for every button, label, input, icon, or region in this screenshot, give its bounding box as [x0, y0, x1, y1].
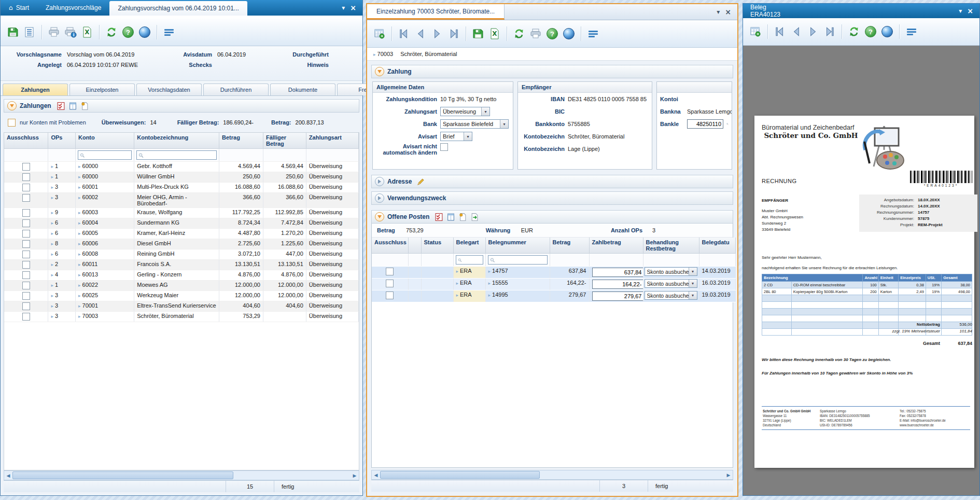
print-preview-button[interactable]: i: [63, 25, 78, 39]
drilldown-icon[interactable]: ▸: [51, 231, 53, 236]
tab-einzelzahlung[interactable]: Einzelzahlung 70003 Schröter, Büromate..…: [367, 4, 505, 20]
tab-durchfuehren[interactable]: Durchführen: [203, 84, 269, 95]
tab-zahlungsvorschlaege[interactable]: Zahlungsvorschläge: [37, 0, 109, 16]
drilldown-icon[interactable]: ▸: [78, 174, 81, 179]
drilldown-icon[interactable]: ▸: [51, 252, 53, 257]
save-button[interactable]: [471, 26, 485, 41]
last-record-button[interactable]: [446, 26, 461, 41]
payment-row[interactable]: ▸1 ▸60000 Gebr. Kotthoff 4.569,44 4.569,…: [4, 162, 359, 172]
ausschluss-checkbox[interactable]: [22, 184, 30, 191]
konto-filter-input[interactable]: [78, 150, 132, 160]
drilldown-icon[interactable]: ▸: [78, 195, 81, 200]
search-lookup-icon[interactable]: [726, 120, 729, 128]
avisart-auto-checkbox[interactable]: [440, 143, 448, 151]
refresh-button[interactable]: [512, 26, 526, 41]
col-icon[interactable]: [408, 238, 421, 254]
overview-button[interactable]: [372, 26, 387, 41]
payment-row[interactable]: ▸3 ▸60002 Meier OHG, Armin - Bürobedarf-…: [4, 193, 359, 208]
drilldown-icon[interactable]: ▸: [51, 303, 53, 309]
op-row[interactable]: ▸ERA ▸14757 637,84 Skonto ausbuchen ▾ 14…: [372, 267, 735, 279]
col-behandlung[interactable]: Behandlung Restbetrag: [643, 238, 699, 254]
excel-export-button[interactable]: X: [80, 25, 94, 39]
drilldown-icon[interactable]: ▸: [51, 185, 53, 190]
zahlungsart-select[interactable]: Überweisung ▾: [440, 107, 490, 116]
menu-button[interactable]: [586, 26, 600, 41]
tab-einzelposten[interactable]: Einzelposten: [69, 84, 135, 95]
ausschluss-checkbox[interactable]: [22, 194, 30, 202]
print-button[interactable]: [47, 25, 61, 39]
scrollbar-thumb[interactable]: [380, 471, 540, 479]
expand-toggle[interactable]: [375, 177, 384, 186]
note-icon[interactable]: [458, 213, 467, 221]
payment-row[interactable]: ▸3 ▸60025 Werkzeug Maier 12.000,00 12.00…: [4, 291, 359, 301]
ausschluss-checkbox[interactable]: [386, 291, 394, 299]
ausschluss-checkbox[interactable]: [22, 261, 30, 269]
col-ausschluss[interactable]: Ausschluss: [4, 133, 48, 149]
close-icon[interactable]: ×: [725, 8, 731, 16]
check-all-icon[interactable]: [57, 102, 65, 110]
scroll-right-icon[interactable]: ▶: [351, 473, 359, 478]
payment-row[interactable]: ▸3 ▸60001 Multi-Plex-Druck KG 16.088,60 …: [4, 183, 359, 193]
payment-row[interactable]: ▸6 ▸60005 Kramer, Karl-Heinz 4.487,80 1.…: [4, 229, 359, 239]
menu-button[interactable]: [162, 25, 176, 39]
drilldown-icon[interactable]: ▸: [488, 281, 491, 286]
detail-window-icon[interactable]: [446, 213, 455, 221]
op-row[interactable]: ▸ERA ▸14995 279,67 Skonto ausbuchen ▾ 19…: [372, 290, 735, 302]
ausschluss-checkbox[interactable]: [22, 240, 30, 248]
tab-dokumente[interactable]: Dokumente: [270, 84, 335, 95]
drilldown-icon[interactable]: ▸: [51, 262, 53, 267]
refresh-button[interactable]: [847, 24, 861, 39]
drilldown-icon[interactable]: ▸: [78, 283, 81, 288]
payment-row[interactable]: ▸4 ▸60013 Gerling - Konzern 4.876,00 4.8…: [4, 270, 359, 281]
payment-row[interactable]: ▸8 ▸60006 Diesel GmbH 2.725,60 1.225,60 …: [4, 239, 359, 249]
drilldown-icon[interactable]: ▸: [51, 164, 53, 169]
help-button[interactable]: ?: [121, 25, 135, 39]
col-ops[interactable]: OPs: [48, 133, 76, 149]
ausschluss-checkbox[interactable]: [22, 230, 30, 238]
drilldown-icon[interactable]: ▸: [78, 303, 81, 309]
drilldown-icon[interactable]: ▸: [78, 231, 81, 236]
drilldown-icon[interactable]: ▸: [456, 293, 459, 298]
tab-zahlungen[interactable]: Zahlungen: [3, 84, 68, 95]
tab-menu-icon[interactable]: ▾: [342, 5, 345, 11]
refresh-button[interactable]: [104, 25, 119, 39]
payment-row[interactable]: ▸1 ▸60022 Moewes AG 12.000,00 12.000,00 …: [4, 281, 359, 291]
drilldown-icon[interactable]: ▸: [51, 272, 53, 277]
drilldown-icon[interactable]: ▸: [78, 272, 81, 277]
ausschluss-checkbox[interactable]: [22, 173, 30, 181]
help-button[interactable]: ?: [545, 26, 559, 41]
col-status[interactable]: Status: [421, 238, 453, 254]
drilldown-icon[interactable]: ▸: [488, 269, 491, 274]
col-kontobezeichnung[interactable]: Kontobezeichnung: [134, 133, 219, 149]
help-button[interactable]: ?: [863, 24, 878, 39]
zahlbetrag-input[interactable]: [592, 268, 643, 277]
ausschluss-checkbox[interactable]: [22, 271, 30, 279]
drilldown-icon[interactable]: ▸: [78, 164, 81, 169]
drilldown-icon[interactable]: ▸: [78, 293, 81, 298]
drilldown-icon[interactable]: ▸: [456, 269, 459, 274]
tab-menu-icon[interactable]: ▾: [959, 8, 962, 14]
drilldown-icon[interactable]: ▸: [78, 241, 81, 246]
ausschluss-checkbox[interactable]: [22, 292, 30, 300]
col-konto[interactable]: Konto: [75, 133, 134, 149]
web-button[interactable]: [137, 25, 152, 39]
first-record-button[interactable]: [397, 26, 411, 41]
tab-menu-icon[interactable]: ▾: [717, 9, 720, 15]
ausschluss-checkbox[interactable]: [22, 313, 30, 321]
print-button[interactable]: [528, 26, 543, 41]
drilldown-icon[interactable]: ▸: [373, 52, 376, 57]
collapse-toggle[interactable]: [7, 101, 17, 110]
drilldown-icon[interactable]: ▸: [51, 314, 53, 319]
document-viewer[interactable]: Büromaterial und Zeichenbedarf Schröter …: [743, 46, 979, 495]
payment-row[interactable]: ▸9 ▸60003 Krause, Wolfgang 117.792,25 11…: [4, 208, 359, 218]
drilldown-icon[interactable]: ▸: [456, 281, 459, 286]
drilldown-icon[interactable]: ▸: [51, 283, 53, 288]
payment-row[interactable]: ▸6 ▸60008 Reining GmbH 3.072,10 447,00 Ü…: [4, 249, 359, 260]
bankleitzahl-input[interactable]: [687, 119, 723, 129]
belegart-filter-input[interactable]: [456, 255, 483, 265]
tab-start[interactable]: ⌂ Start: [1, 0, 37, 16]
export-row-icon[interactable]: [470, 213, 479, 221]
drilldown-icon[interactable]: ▸: [78, 262, 81, 267]
behandlung-select[interactable]: Skonto ausbuchen ▾: [645, 279, 697, 288]
bank-select[interactable]: Sparkasse Bielefeld ▾: [440, 119, 509, 129]
